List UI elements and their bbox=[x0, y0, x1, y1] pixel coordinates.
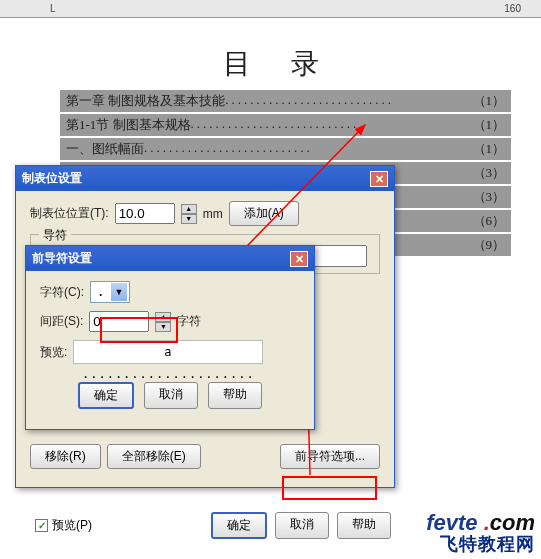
spacing-label: 间距(S): bbox=[40, 313, 83, 330]
ruler-right: 160 bbox=[504, 3, 521, 14]
close-icon[interactable]: ✕ bbox=[290, 251, 308, 267]
add-button[interactable]: 添加(A) bbox=[229, 201, 299, 226]
char-value: . bbox=[93, 285, 102, 299]
watermark: fevte .com 飞特教程网 bbox=[426, 511, 535, 555]
toc-row: 第一章 制图规格及基本技能...........................… bbox=[60, 90, 511, 112]
watermark-com: com bbox=[490, 510, 535, 535]
preview-label: 预览: bbox=[40, 344, 67, 361]
watermark-dot: . bbox=[478, 510, 490, 535]
spacing-unit: 字符 bbox=[177, 313, 201, 330]
page-title: 目录 bbox=[0, 45, 541, 83]
spin-buttons[interactable]: ▲▼ bbox=[181, 204, 197, 224]
cancel-button[interactable]: 取消 bbox=[144, 382, 198, 409]
chevron-down-icon[interactable]: ▼ bbox=[111, 283, 127, 301]
tab-position-input[interactable] bbox=[115, 203, 175, 224]
spin-buttons[interactable]: ▲▼ bbox=[155, 312, 171, 332]
spacing-input[interactable] bbox=[89, 311, 149, 332]
leader-group-title: 导符 bbox=[39, 227, 71, 244]
remove-button[interactable]: 移除(R) bbox=[30, 444, 101, 469]
dialog-titlebar[interactable]: 制表位设置 ✕ bbox=[16, 166, 394, 191]
ruler: L 160 bbox=[0, 0, 541, 18]
help-button[interactable]: 帮助 bbox=[208, 382, 262, 409]
preview-box: a ..................... b bbox=[73, 340, 263, 364]
watermark-brand: fevte bbox=[426, 510, 477, 535]
preview-checkbox[interactable]: ✓ bbox=[35, 519, 48, 532]
help-button[interactable]: 帮助 bbox=[337, 512, 391, 539]
tab-position-label: 制表位位置(T): bbox=[30, 205, 109, 222]
spin-up-icon[interactable]: ▲ bbox=[181, 204, 197, 214]
toc-row: 第1-1节 制图基本规格...........................（… bbox=[60, 114, 511, 136]
cancel-button[interactable]: 取消 bbox=[275, 512, 329, 539]
watermark-text: 飞特教程网 bbox=[426, 535, 535, 555]
leader-settings-dialog: 前导符设置 ✕ 字符(C): . ▼ 间距(S): ▲▼ 字符 预览: a ..… bbox=[25, 245, 315, 430]
sub-dialog-title: 前导符设置 bbox=[32, 250, 92, 267]
ok-button[interactable]: 确定 bbox=[78, 382, 134, 409]
main-dialog-footer: ✓ 预览(P) 确定 取消 帮助 bbox=[35, 512, 391, 539]
toc-row: 一、图纸幅面...........................（1） bbox=[60, 138, 511, 160]
spin-up-icon[interactable]: ▲ bbox=[155, 312, 171, 322]
unit-label: mm bbox=[203, 207, 223, 221]
char-label: 字符(C): bbox=[40, 284, 84, 301]
ok-button[interactable]: 确定 bbox=[211, 512, 267, 539]
close-icon[interactable]: ✕ bbox=[370, 171, 388, 187]
preview-label: 预览(P) bbox=[52, 517, 92, 534]
spin-down-icon[interactable]: ▼ bbox=[181, 214, 197, 224]
leader-options-button[interactable]: 前导符选项... bbox=[280, 444, 380, 469]
dialog-title: 制表位设置 bbox=[22, 170, 82, 187]
char-select[interactable]: . ▼ bbox=[90, 281, 130, 303]
sub-dialog-titlebar[interactable]: 前导符设置 ✕ bbox=[26, 246, 314, 271]
remove-all-button[interactable]: 全部移除(E) bbox=[107, 444, 201, 469]
ruler-left: L bbox=[50, 3, 56, 14]
spin-down-icon[interactable]: ▼ bbox=[155, 322, 171, 332]
